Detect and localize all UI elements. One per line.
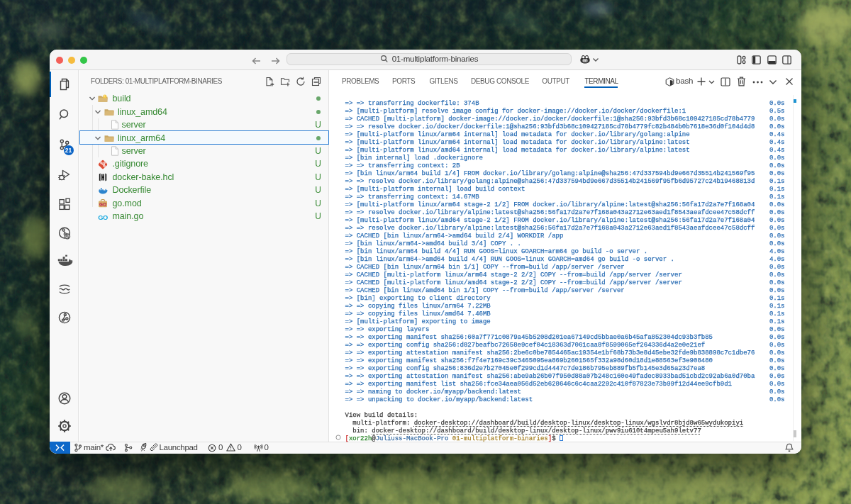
svg-text:GO: GO <box>98 213 108 220</box>
svg-text:GO: GO <box>99 202 106 207</box>
